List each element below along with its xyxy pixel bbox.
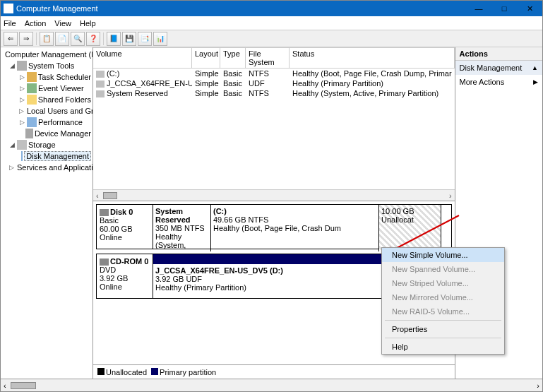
title-bar: Computer Management — □ ✕: [1, 1, 542, 16]
menu-view[interactable]: View: [54, 19, 71, 28]
tree-event-viewer[interactable]: ▷Event Viewer: [2, 83, 91, 94]
menu-new-raid5-volume: New RAID-5 Volume...: [382, 304, 504, 319]
actions-header: Actions: [455, 47, 542, 61]
performance-icon: [27, 117, 37, 127]
toolbar: ⇐ ⇒ 📋 📄 🔍 ❓ 📘 💾 📑 📊: [1, 30, 542, 47]
scroll-right-icon[interactable]: ›: [449, 191, 452, 200]
scroll-thumb[interactable]: [103, 192, 117, 199]
toolbar-btn-8[interactable]: 💾: [122, 32, 136, 46]
app-icon: [4, 4, 13, 13]
toolbar-btn-5[interactable]: 🔍: [71, 32, 85, 46]
minimize-button[interactable]: —: [466, 1, 491, 16]
legend-swatch-primary: [151, 368, 158, 375]
disk-icon: [100, 209, 109, 216]
toolbar-btn-4[interactable]: 📄: [55, 32, 69, 46]
actions-disk-management[interactable]: Disk Management▲: [455, 61, 542, 75]
toolbar-btn-7[interactable]: 📘: [107, 32, 121, 46]
menu-new-simple-volume[interactable]: New Simple Volume...: [382, 248, 504, 262]
tree-local-users[interactable]: ▷Local Users and Groups: [2, 105, 91, 117]
menu-new-striped-volume: New Striped Volume...: [382, 276, 504, 290]
scroll-left-icon[interactable]: ‹: [4, 381, 6, 390]
volume-icon: [96, 71, 105, 78]
window-title: Computer Management: [16, 4, 466, 13]
legend-swatch-unallocated: [97, 368, 105, 375]
scheduler-icon: [27, 72, 37, 82]
tools-icon: [17, 61, 27, 71]
close-button[interactable]: ✕: [517, 1, 542, 16]
toolbar-btn-3[interactable]: 📋: [40, 32, 54, 46]
menu-help[interactable]: Help: [80, 19, 96, 28]
legend-unallocated: Unallocated: [106, 368, 147, 376]
volume-row[interactable]: J_CCSA_X64FRE_EN-US_DV5 (D:)SimpleBasicU…: [93, 78, 455, 88]
tree-root[interactable]: Computer Management (Local: [2, 49, 91, 60]
col-layout[interactable]: Layout: [192, 47, 220, 68]
col-volume[interactable]: Volume: [93, 47, 192, 68]
status-scroll-thumb[interactable]: [11, 382, 36, 389]
toolbar-btn-10[interactable]: 📊: [153, 32, 167, 46]
partition[interactable]: System Reserved350 MB NTFSHealthy (Syste…: [153, 205, 211, 251]
nav-tree: Computer Management (Local ◢System Tools…: [1, 47, 93, 379]
volume-row[interactable]: System ReservedSimpleBasicNTFSHealthy (S…: [93, 88, 455, 98]
status-bar: ‹ ›: [1, 379, 542, 391]
chevron-right-icon: ▶: [533, 78, 538, 85]
volume-row[interactable]: (C:)SimpleBasicNTFSHealthy (Boot, Page F…: [93, 69, 455, 78]
grid-header: Volume Layout Type File System Status: [93, 47, 455, 69]
volume-grid: Volume Layout Type File System Status (C…: [93, 47, 455, 201]
menu-file[interactable]: File: [4, 19, 16, 28]
back-button[interactable]: ⇐: [4, 32, 18, 46]
volume-icon: [96, 90, 105, 97]
maximize-button[interactable]: □: [491, 1, 517, 16]
device-icon: [25, 129, 33, 138]
tree-disk-management[interactable]: Disk Management: [2, 150, 91, 162]
actions-more[interactable]: More Actions▶: [455, 75, 542, 89]
scroll-left-icon[interactable]: ‹: [96, 191, 99, 200]
event-icon: [27, 83, 37, 93]
folder-icon: [27, 95, 37, 105]
tree-services[interactable]: ▷Services and Applications: [2, 162, 91, 173]
col-status[interactable]: Status: [290, 47, 455, 68]
partition-unallocated[interactable]: 10.00 GBUnallocat: [379, 205, 441, 251]
disk-icon: [100, 259, 109, 266]
legend-primary: Primary partition: [160, 368, 216, 376]
col-filesystem[interactable]: File System: [246, 47, 290, 68]
disk-icon: [21, 151, 23, 161]
chevron-up-icon: ▲: [532, 64, 538, 71]
tree-storage[interactable]: ◢Storage: [2, 139, 91, 150]
horizontal-scrollbar[interactable]: ‹ ›: [93, 189, 455, 201]
volume-icon: [96, 81, 105, 88]
tree-system-tools[interactable]: ◢System Tools: [2, 60, 91, 71]
toolbar-btn-9[interactable]: 📑: [138, 32, 152, 46]
scroll-right-icon[interactable]: ›: [537, 381, 539, 390]
menu-properties[interactable]: Properties: [382, 322, 504, 336]
menu-action[interactable]: Action: [25, 19, 47, 28]
partition[interactable]: (C:)49.66 GB NTFSHealthy (Boot, Page Fil…: [211, 205, 379, 251]
tree-shared-folders[interactable]: ▷Shared Folders: [2, 94, 91, 105]
disk-info[interactable]: Disk 0Basic60.00 GBOnline: [97, 205, 153, 249]
tree-performance[interactable]: ▷Performance: [2, 117, 91, 128]
tree-device-manager[interactable]: Device Manager: [2, 128, 91, 139]
forward-button[interactable]: ⇒: [19, 32, 33, 46]
disk-info[interactable]: CD-ROM 0DVD3.92 GBOnline: [97, 254, 153, 298]
legend: Unallocated Primary partition: [93, 364, 455, 379]
tree-task-scheduler[interactable]: ▷Task Scheduler: [2, 71, 91, 83]
help-button[interactable]: ❓: [86, 32, 100, 46]
menu-bar: File Action View Help: [1, 16, 542, 30]
context-menu: New Simple Volume... New Spanned Volume.…: [381, 247, 505, 355]
menu-help[interactable]: Help: [382, 340, 504, 354]
menu-new-spanned-volume: New Spanned Volume...: [382, 262, 504, 276]
col-type[interactable]: Type: [220, 47, 246, 68]
menu-new-mirrored-volume: New Mirrored Volume...: [382, 290, 504, 304]
disk-row: Disk 0Basic60.00 GBOnlineSystem Reserved…: [96, 204, 452, 249]
storage-icon: [17, 140, 27, 150]
